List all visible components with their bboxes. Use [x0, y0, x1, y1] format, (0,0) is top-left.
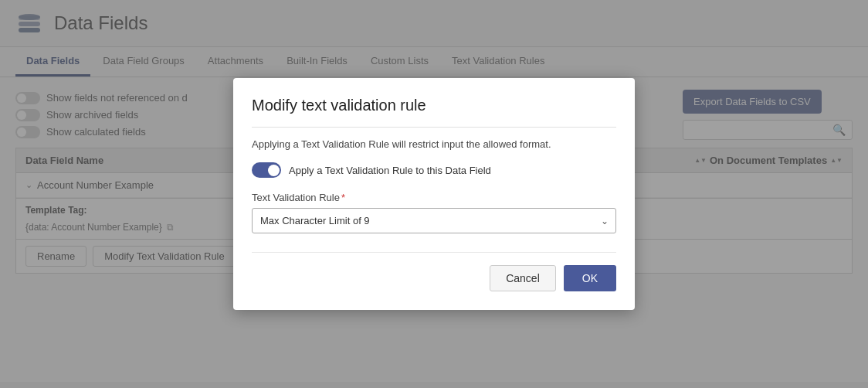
text-validation-rule-select[interactable]: Max Character Limit of 9 Email Phone Num…: [252, 208, 616, 233]
modal-footer: Cancel OK: [252, 252, 616, 291]
modal-dialog: Modify text validation rule Applying a T…: [233, 78, 635, 310]
modal-toggle-row: Apply a Text Validation Rule to this Dat…: [252, 162, 616, 178]
cancel-button[interactable]: Cancel: [490, 265, 556, 291]
modal-toggle-apply[interactable]: [252, 162, 281, 178]
modal-field-label: Text Validation Rule*: [252, 192, 616, 203]
modal-toggle-label: Apply a Text Validation Rule to this Dat…: [289, 165, 491, 176]
select-container: Max Character Limit of 9 Email Phone Num…: [252, 208, 616, 233]
required-asterisk: *: [341, 192, 345, 203]
ok-button[interactable]: OK: [564, 265, 616, 291]
modal-title: Modify text validation rule: [252, 97, 616, 114]
modal-description: Applying a Text Validation Rule will res…: [252, 127, 616, 150]
modal-overlay: Modify text validation rule Applying a T…: [0, 0, 868, 388]
